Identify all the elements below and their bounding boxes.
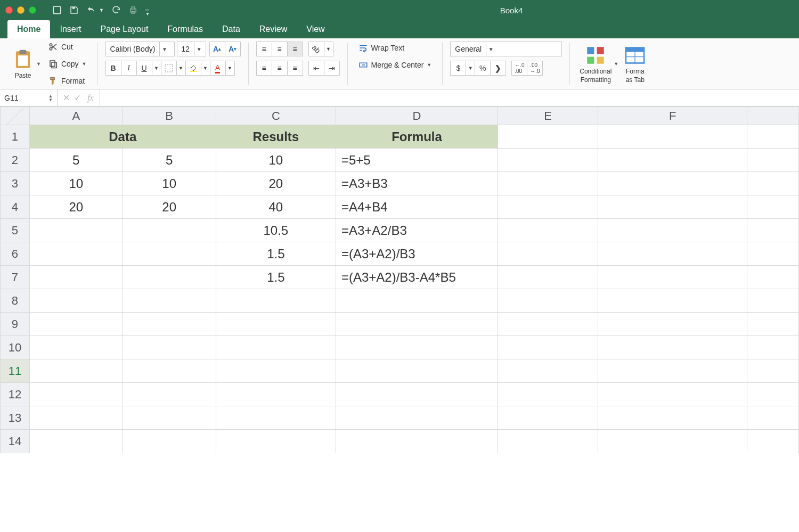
cell-B3[interactable]: 10 (123, 172, 216, 195)
cell-C7[interactable]: 1.5 (216, 266, 336, 289)
decrease-font-button[interactable]: A▾ (225, 42, 241, 56)
align-left-button[interactable]: ≡ (256, 61, 272, 76)
cell-G10[interactable] (747, 336, 798, 359)
cell-E2[interactable] (498, 149, 598, 172)
paste-dropdown-arrow[interactable]: ▼ (36, 61, 41, 67)
cell-B12[interactable] (123, 383, 216, 406)
cell-B6[interactable] (123, 242, 216, 266)
underline-dropdown[interactable]: ▼ (152, 61, 161, 76)
name-box[interactable]: G11 ▲▼ (0, 89, 58, 106)
italic-button[interactable]: I (121, 61, 137, 76)
cell-G13[interactable] (747, 406, 798, 430)
cell-G11[interactable] (747, 359, 798, 383)
decrease-decimal-button[interactable]: .00→.0 (527, 61, 543, 76)
row-header-9[interactable]: 9 (1, 313, 30, 336)
cell-E11[interactable] (498, 359, 598, 383)
formula-input[interactable] (100, 89, 799, 106)
orientation-dropdown[interactable]: ▼ (324, 42, 333, 56)
cell-A11[interactable] (29, 359, 123, 383)
row-header-11[interactable]: 11 (1, 359, 30, 383)
cell-D1[interactable]: Formula (336, 125, 498, 149)
conditional-formatting-button[interactable]: ConditionalFormatting (577, 42, 614, 86)
cell-E12[interactable] (498, 383, 598, 406)
cell-E9[interactable] (498, 313, 598, 336)
undo-dropdown-icon[interactable]: ▼ (99, 7, 104, 13)
cell-B14[interactable] (123, 430, 216, 453)
tab-page-layout[interactable]: Page Layout (91, 20, 158, 38)
cell-A3[interactable]: 10 (29, 172, 123, 195)
wrap-text-button[interactable]: Wrap Text (355, 42, 435, 54)
enter-formula-icon[interactable]: ✓ (74, 93, 81, 103)
col-header-A[interactable]: A (29, 107, 123, 125)
redo-icon[interactable] (111, 5, 121, 15)
cell-A1[interactable]: Data (29, 125, 216, 149)
row-header-12[interactable]: 12 (1, 383, 30, 406)
cancel-formula-icon[interactable]: ✕ (63, 93, 70, 103)
cell-F2[interactable] (598, 149, 747, 172)
cond-fmt-dropdown[interactable]: ▼ (614, 61, 618, 67)
row-header-14[interactable]: 14 (1, 430, 30, 453)
print-icon[interactable] (128, 5, 138, 15)
number-format-select[interactable]: General▼ (450, 42, 562, 56)
cell-G4[interactable] (747, 195, 798, 219)
cell-A7[interactable] (29, 266, 123, 289)
cell-F14[interactable] (598, 430, 747, 453)
qat-customize-icon[interactable]: ⎯▼ (145, 4, 150, 17)
tab-review[interactable]: Review (250, 20, 297, 38)
cell-C9[interactable] (216, 313, 336, 336)
cell-D8[interactable] (336, 289, 498, 313)
align-top-button[interactable]: ≡ (256, 42, 272, 56)
percent-button[interactable]: % (475, 61, 491, 76)
borders-button[interactable] (161, 61, 177, 76)
bold-button[interactable]: B (105, 61, 121, 76)
spreadsheet-grid[interactable]: A B C D E F 1 Data Results Formula 25510… (0, 107, 799, 532)
zoom-window-button[interactable] (29, 6, 36, 14)
increase-font-button[interactable]: A▴ (209, 42, 225, 56)
increase-decimal-button[interactable]: ←.0.00 (511, 61, 527, 76)
cell-E8[interactable] (498, 289, 598, 313)
cell-E10[interactable] (498, 336, 598, 359)
row-header-1[interactable]: 1 (1, 125, 30, 149)
format-as-table-button[interactable]: Formaas Tab (622, 42, 648, 86)
row-header-2[interactable]: 2 (1, 149, 30, 172)
cell-A12[interactable] (29, 383, 123, 406)
cell-A8[interactable] (29, 289, 123, 313)
cell-A10[interactable] (29, 336, 123, 359)
cell-G14[interactable] (747, 430, 798, 453)
cut-button[interactable]: Cut (45, 40, 90, 53)
cell-A5[interactable] (29, 219, 123, 242)
font-size-select[interactable]: 12▼ (177, 42, 206, 56)
cell-D12[interactable] (336, 383, 498, 406)
comma-button[interactable]: ❯ (490, 61, 506, 76)
align-center-button[interactable]: ≡ (272, 61, 288, 76)
cell-D11[interactable] (336, 359, 498, 383)
copy-button[interactable]: Copy ▼ (45, 58, 90, 70)
cell-B4[interactable]: 20 (123, 195, 216, 219)
cell-B8[interactable] (123, 289, 216, 313)
col-header-E[interactable]: E (498, 107, 598, 125)
cell-E6[interactable] (498, 242, 598, 266)
minimize-window-button[interactable] (17, 6, 25, 14)
col-header-B[interactable]: B (123, 107, 216, 125)
cell-B5[interactable] (123, 219, 216, 242)
cell-G12[interactable] (747, 383, 798, 406)
cell-E5[interactable] (498, 219, 598, 242)
font-color-button[interactable]: A (210, 61, 226, 76)
fill-color-dropdown[interactable]: ▼ (201, 61, 210, 76)
row-header-10[interactable]: 10 (1, 336, 30, 359)
cell-C10[interactable] (216, 336, 336, 359)
save-icon[interactable] (69, 5, 79, 15)
cell-C6[interactable]: 1.5 (216, 242, 336, 266)
paste-button[interactable]: Paste (10, 47, 36, 80)
cell-C12[interactable] (216, 383, 336, 406)
cell-C13[interactable] (216, 406, 336, 430)
fill-color-button[interactable] (185, 61, 201, 76)
col-header-G[interactable] (747, 107, 798, 125)
underline-button[interactable]: U (136, 61, 152, 76)
cell-C11[interactable] (216, 359, 336, 383)
cell-G1[interactable] (747, 125, 798, 149)
tab-home[interactable]: Home (7, 20, 50, 38)
cell-A14[interactable] (29, 430, 123, 453)
cell-C4[interactable]: 40 (216, 195, 336, 219)
cell-A6[interactable] (29, 242, 123, 266)
